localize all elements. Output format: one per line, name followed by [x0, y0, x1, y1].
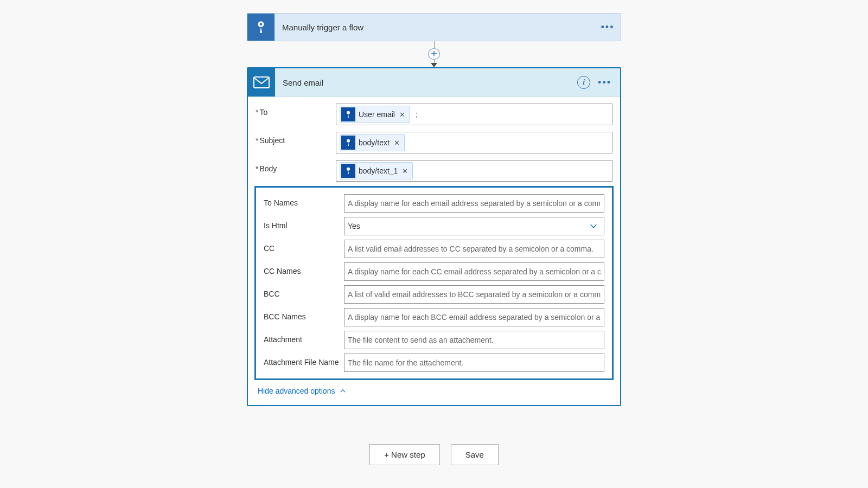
token-body-text-1[interactable]: body/text_1 ✕	[340, 162, 413, 179]
token-label: User email	[359, 110, 395, 119]
svg-point-3	[347, 111, 350, 114]
label-attachment-file-name: Attachment File Name	[264, 354, 344, 367]
trigger-card[interactable]: Manually trigger a flow •••	[247, 13, 621, 41]
svg-point-5	[347, 168, 350, 171]
action-more-button[interactable]: •••	[598, 77, 611, 88]
trigger-icon	[247, 14, 275, 41]
dynamic-content-icon	[341, 107, 355, 121]
trigger-more-button[interactable]: •••	[595, 22, 621, 33]
field-cc-names[interactable]	[344, 262, 604, 281]
label-subject: *Subject	[256, 132, 336, 145]
label-body: *Body	[256, 160, 336, 173]
input-cc[interactable]	[348, 242, 601, 255]
chevron-down-icon	[589, 221, 598, 231]
add-step-button[interactable]	[428, 48, 440, 60]
input-cc-names[interactable]	[348, 265, 601, 278]
advanced-options: To Names Is Html Yes CC	[254, 186, 614, 380]
connector	[247, 41, 621, 67]
label-cc-names: CC Names	[264, 262, 344, 275]
input-to-names[interactable]	[348, 197, 601, 210]
field-attachment-file-name[interactable]	[344, 354, 604, 372]
svg-point-1	[260, 23, 263, 25]
token-remove-icon[interactable]: ✕	[401, 167, 409, 175]
dynamic-content-icon	[341, 164, 355, 178]
is-html-value: Yes	[348, 220, 360, 233]
label-is-html: Is Html	[264, 217, 344, 230]
token-user-email[interactable]: User email ✕	[340, 106, 410, 123]
dynamic-content-icon	[341, 136, 355, 150]
action-title: Send email	[275, 78, 577, 87]
field-bcc[interactable]	[344, 285, 604, 304]
info-icon[interactable]: i	[577, 76, 590, 89]
label-cc: CC	[264, 240, 344, 253]
field-to[interactable]: User email ✕ ;	[336, 104, 612, 125]
field-body[interactable]: body/text_1 ✕	[336, 160, 612, 182]
field-cc[interactable]	[344, 240, 604, 258]
label-attachment: Attachment	[264, 331, 344, 344]
input-attachment[interactable]	[348, 333, 601, 346]
mail-icon	[248, 68, 275, 97]
ellipsis-icon: •••	[601, 22, 615, 33]
footer-actions: + New step Save	[247, 444, 621, 465]
field-to-names[interactable]	[344, 194, 604, 213]
new-step-button[interactable]: + New step	[369, 444, 439, 465]
hide-advanced-label: Hide advanced options	[258, 387, 335, 395]
field-is-html[interactable]: Yes	[344, 217, 604, 235]
action-header[interactable]: Send email i •••	[248, 68, 620, 97]
label-bcc: BCC	[264, 285, 344, 298]
input-bcc[interactable]	[348, 288, 601, 301]
field-subject[interactable]: body/text ✕	[336, 132, 612, 153]
token-label: body/text	[359, 138, 390, 147]
hide-advanced-options[interactable]: Hide advanced options	[256, 380, 349, 395]
svg-rect-2	[254, 77, 269, 88]
trigger-title: Manually trigger a flow	[275, 23, 595, 32]
input-attachment-file-name[interactable]	[348, 356, 601, 369]
token-body-text[interactable]: body/text ✕	[340, 134, 405, 151]
field-bcc-names[interactable]	[344, 308, 604, 326]
input-bcc-names[interactable]	[348, 311, 601, 324]
save-button[interactable]: Save	[451, 444, 499, 465]
to-delimiter: ;	[413, 110, 418, 119]
field-attachment[interactable]	[344, 331, 604, 349]
token-remove-icon[interactable]: ✕	[393, 139, 401, 147]
label-to: *To	[256, 104, 336, 117]
token-remove-icon[interactable]: ✕	[398, 111, 406, 119]
label-to-names: To Names	[264, 194, 344, 207]
action-card: Send email i ••• *To User email ✕	[247, 67, 621, 406]
token-label: body/text_1	[359, 166, 398, 175]
label-bcc-names: BCC Names	[264, 308, 344, 321]
svg-point-4	[347, 139, 350, 143]
chevron-up-icon	[339, 387, 347, 395]
